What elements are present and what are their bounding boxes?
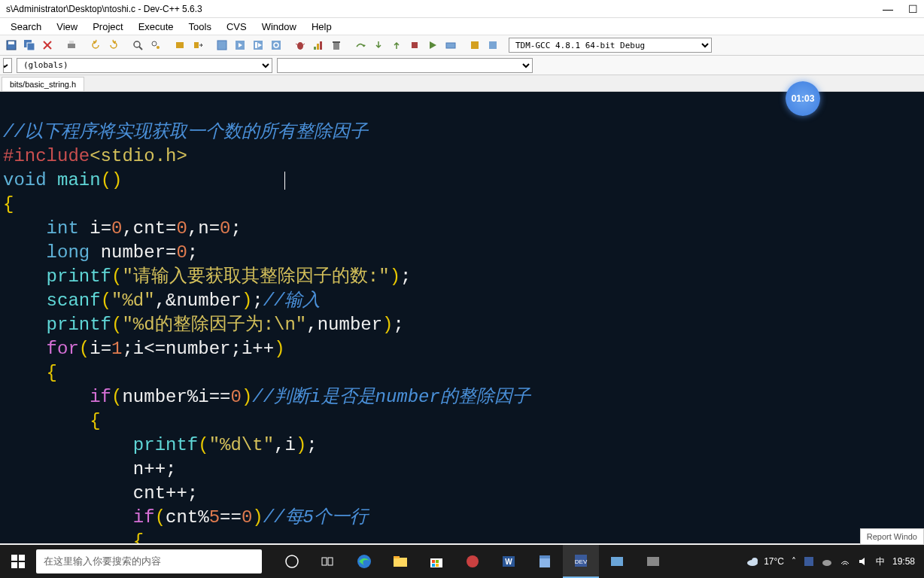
bookmark-toggle-icon[interactable] — [172, 37, 188, 53]
bookmark-goto-icon[interactable] — [190, 37, 206, 53]
svg-rect-55 — [647, 557, 659, 566]
weather-temp: 17°C — [764, 556, 784, 567]
svg-rect-6 — [68, 44, 75, 48]
replace-icon[interactable] — [147, 37, 164, 53]
word-icon[interactable]: W — [491, 545, 527, 578]
clock[interactable]: 19:58 — [892, 556, 915, 567]
save-all-icon[interactable] — [21, 37, 38, 53]
start-button[interactable] — [0, 545, 36, 578]
search-placeholder: 在这里输入你要搜索的内容 — [44, 555, 161, 568]
globals-select[interactable]: (globals) — [17, 58, 272, 73]
notepad-icon[interactable] — [527, 545, 563, 578]
debug-icon[interactable] — [292, 37, 309, 53]
svg-rect-12 — [176, 42, 184, 48]
taskbar-search[interactable]: 在这里输入你要搜索的内容 — [36, 549, 262, 573]
run-icon[interactable] — [232, 37, 248, 53]
pinned-app-icon[interactable] — [454, 545, 491, 578]
tray-app-icon[interactable] — [804, 556, 814, 567]
svg-rect-18 — [255, 42, 257, 48]
compile-icon[interactable] — [214, 37, 230, 53]
menu-view[interactable]: View — [49, 20, 85, 34]
ime-indicator[interactable]: 中 — [876, 555, 885, 568]
svg-rect-41 — [394, 556, 400, 558]
menu-project[interactable]: Project — [85, 20, 130, 34]
menu-cvs[interactable]: CVS — [219, 20, 254, 34]
svg-rect-34 — [471, 41, 479, 49]
svg-rect-1 — [8, 41, 14, 44]
menu-window[interactable]: Window — [254, 20, 304, 34]
continue-icon[interactable] — [424, 37, 441, 53]
menu-execute[interactable]: Execute — [131, 20, 181, 34]
svg-rect-26 — [317, 44, 319, 50]
redo-icon[interactable] — [105, 37, 122, 53]
svg-rect-40 — [394, 558, 407, 567]
svg-point-10 — [152, 41, 157, 46]
maximize-button[interactable]: ☐ — [908, 3, 918, 15]
onedrive-icon[interactable] — [822, 556, 832, 567]
profile-icon[interactable] — [310, 37, 327, 53]
svg-rect-51 — [540, 555, 550, 558]
svg-text:W: W — [505, 558, 512, 566]
svg-rect-45 — [432, 564, 435, 567]
save-icon[interactable] — [3, 37, 20, 53]
rebuild-icon[interactable] — [268, 37, 284, 53]
compiler-select[interactable]: TDM-GCC 4.8.1 64-bit Debug — [509, 38, 712, 53]
close-icon[interactable] — [39, 37, 56, 53]
svg-marker-60 — [859, 558, 865, 565]
new-class-icon[interactable] — [467, 37, 483, 53]
edge-icon[interactable] — [346, 545, 382, 578]
taskbar: 在这里输入你要搜索的内容 W DEV 17°C ˄ 中 19:58 — [0, 545, 924, 578]
code-editor[interactable]: //以下程序将实现获取一个数的所有整除因子 #include<stdio.h> … — [0, 92, 924, 543]
app2-icon[interactable] — [635, 545, 671, 578]
svg-point-11 — [157, 46, 160, 49]
step-out-icon[interactable] — [388, 37, 405, 53]
secondary-bar: (globals) — [0, 56, 924, 75]
svg-point-59 — [822, 560, 831, 566]
nav-back-select[interactable] — [3, 58, 12, 73]
svg-rect-13 — [194, 42, 199, 48]
svg-rect-25 — [314, 47, 316, 50]
svg-marker-32 — [430, 41, 436, 49]
volume-icon[interactable] — [858, 556, 868, 567]
find-icon[interactable] — [129, 37, 146, 53]
wifi-icon[interactable] — [840, 556, 850, 567]
code-preproc: #include — [3, 146, 90, 166]
svg-rect-58 — [804, 557, 813, 566]
function-select[interactable] — [277, 58, 533, 73]
compile-run-icon[interactable] — [250, 37, 266, 53]
svg-rect-27 — [320, 41, 322, 50]
clean-icon[interactable] — [328, 37, 345, 53]
undo-icon[interactable] — [87, 37, 104, 53]
app-icon[interactable] — [599, 545, 635, 578]
print-icon[interactable] — [63, 37, 80, 53]
svg-rect-33 — [446, 43, 455, 48]
file-tab[interactable]: bits/basic_string.h — [2, 77, 84, 91]
svg-rect-7 — [69, 41, 74, 44]
menu-search[interactable]: Search — [3, 20, 49, 34]
minimize-button[interactable]: — — [883, 3, 893, 15]
task-view-icon[interactable] — [310, 545, 346, 578]
menu-help[interactable]: Help — [304, 20, 339, 34]
svg-rect-37 — [322, 558, 327, 565]
step-into-icon[interactable] — [370, 37, 387, 53]
svg-rect-38 — [328, 558, 333, 565]
svg-rect-46 — [436, 564, 439, 567]
tray-chevron-icon[interactable]: ˄ — [792, 556, 796, 567]
toolbar: TDM-GCC 4.8.1 64-bit Debug — [0, 35, 924, 56]
store-icon[interactable] — [418, 545, 454, 578]
weather-widget[interactable]: 17°C — [746, 555, 784, 568]
windows-icon — [11, 555, 25, 568]
watch-icon[interactable] — [442, 37, 459, 53]
svg-text:DEV: DEV — [575, 558, 588, 565]
stop-debug-icon[interactable] — [406, 37, 423, 53]
timer-badge: 01:03 — [786, 81, 820, 116]
svg-point-22 — [297, 42, 303, 50]
cortana-icon[interactable] — [274, 545, 310, 578]
step-over-icon[interactable] — [352, 37, 369, 53]
explorer-icon[interactable] — [382, 545, 418, 578]
menu-tools[interactable]: Tools — [181, 20, 219, 34]
devcpp-icon[interactable]: DEV — [563, 545, 599, 578]
insert-icon[interactable] — [485, 37, 501, 53]
svg-rect-31 — [412, 42, 418, 48]
menubar: Search View Project Execute Tools CVS Wi… — [0, 18, 924, 35]
